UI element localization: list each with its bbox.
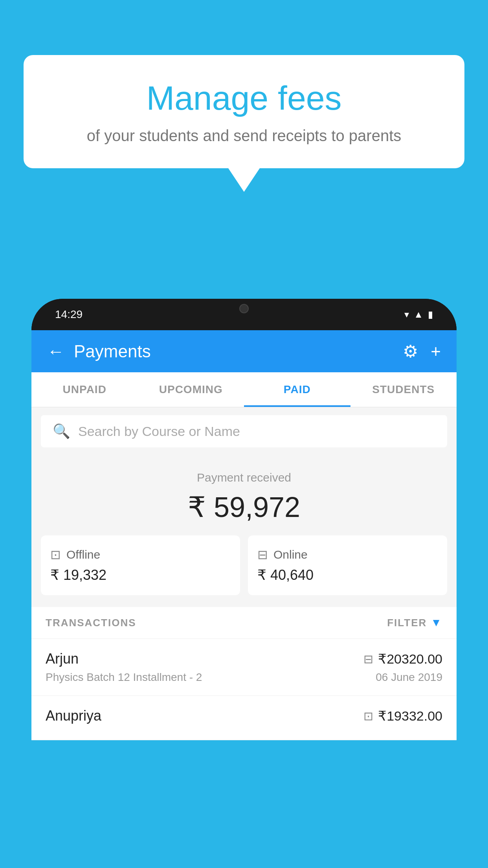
online-amount: ₹ 40,640 — [257, 567, 314, 583]
online-card-header: ⊟ Online — [257, 547, 308, 562]
app-header: ← Payments ⚙ + — [31, 330, 457, 372]
transaction-row-bottom: Physics Batch 12 Installment - 2 06 June… — [46, 671, 442, 684]
transaction-row[interactable]: Anupriya ⊡ ₹19332.00 — [31, 696, 457, 740]
status-icons: ▾ ▲ ▮ — [404, 309, 433, 320]
transaction-name: Arjun — [46, 651, 79, 667]
filter-wrap[interactable]: FILTER ▼ — [387, 616, 442, 629]
signal-icon: ▲ — [414, 309, 423, 320]
header-title: Payments — [74, 342, 151, 361]
transaction-amount-2: ₹19332.00 — [378, 708, 442, 724]
offline-payment-icon: ⊡ — [363, 709, 373, 723]
header-left: ← Payments — [47, 342, 151, 361]
phone-camera — [239, 304, 249, 313]
tabs-container: UNPAID UPCOMING PAID STUDENTS — [31, 372, 457, 407]
transaction-row[interactable]: Arjun ⊟ ₹20320.00 Physics Batch 12 Insta… — [31, 639, 457, 696]
online-icon: ⊟ — [257, 547, 268, 562]
offline-card-header: ⊡ Offline — [50, 547, 100, 562]
phone-container: 14:29 ▾ ▲ ▮ ← Payments ⚙ + UNPAI — [31, 299, 457, 868]
status-time: 14:29 — [55, 308, 83, 321]
header-right: ⚙ + — [403, 341, 441, 361]
transaction-date: 06 June 2019 — [376, 671, 442, 684]
payment-received-label: Payment received — [41, 471, 447, 484]
back-button[interactable]: ← — [47, 343, 64, 360]
search-icon: 🔍 — [53, 423, 70, 440]
search-placeholder: Search by Course or Name — [78, 424, 240, 439]
phone-frame: 14:29 ▾ ▲ ▮ ← Payments ⚙ + UNPAI — [31, 299, 457, 740]
offline-icon: ⊡ — [50, 547, 61, 562]
payment-total-amount: ₹ 59,972 — [41, 491, 447, 524]
tab-unpaid[interactable]: UNPAID — [31, 372, 138, 407]
filter-icon: ▼ — [431, 616, 442, 629]
online-payment-icon: ⊟ — [363, 652, 373, 666]
payment-summary: Payment received ₹ 59,972 ⊡ Offline ₹ 19… — [31, 455, 457, 607]
tab-upcoming[interactable]: UPCOMING — [138, 372, 244, 407]
transaction-row-top: Arjun ⊟ ₹20320.00 — [46, 651, 442, 667]
status-bar: 14:29 ▾ ▲ ▮ — [31, 299, 457, 330]
battery-icon: ▮ — [428, 309, 433, 320]
filter-label: FILTER — [387, 617, 427, 629]
add-button[interactable]: + — [431, 342, 441, 361]
offline-amount: ₹ 19,332 — [50, 567, 106, 583]
tab-students[interactable]: STUDENTS — [350, 372, 457, 407]
bubble-title: Manage fees — [55, 79, 433, 118]
bubble-tail — [228, 168, 260, 192]
speech-bubble: Manage fees of your students and send re… — [24, 55, 464, 168]
phone-notch — [213, 299, 275, 318]
online-label: Online — [273, 548, 308, 561]
bubble-subtitle: of your students and send receipts to pa… — [55, 127, 433, 145]
transactions-header: TRANSACTIONS FILTER ▼ — [31, 607, 457, 639]
transaction-amount-wrap-2: ⊡ ₹19332.00 — [363, 708, 442, 724]
transaction-name-2: Anupriya — [46, 708, 101, 724]
online-card: ⊟ Online ₹ 40,640 — [248, 535, 447, 595]
transaction-amount: ₹20320.00 — [378, 651, 442, 667]
payment-cards: ⊡ Offline ₹ 19,332 ⊟ Online ₹ 40,640 — [41, 535, 447, 595]
offline-card: ⊡ Offline ₹ 19,332 — [41, 535, 240, 595]
transaction-amount-wrap: ⊟ ₹20320.00 — [363, 651, 442, 667]
tab-paid[interactable]: PAID — [244, 372, 350, 407]
settings-button[interactable]: ⚙ — [403, 341, 418, 361]
transactions-label: TRANSACTIONS — [46, 617, 136, 629]
wifi-icon: ▾ — [404, 309, 409, 320]
transaction-course: Physics Batch 12 Installment - 2 — [46, 671, 202, 684]
offline-label: Offline — [66, 548, 100, 561]
search-container: 🔍 Search by Course or Name — [31, 407, 457, 455]
speech-bubble-section: Manage fees of your students and send re… — [24, 55, 464, 192]
search-box[interactable]: 🔍 Search by Course or Name — [41, 415, 447, 447]
transaction-row-top-2: Anupriya ⊡ ₹19332.00 — [46, 708, 442, 724]
